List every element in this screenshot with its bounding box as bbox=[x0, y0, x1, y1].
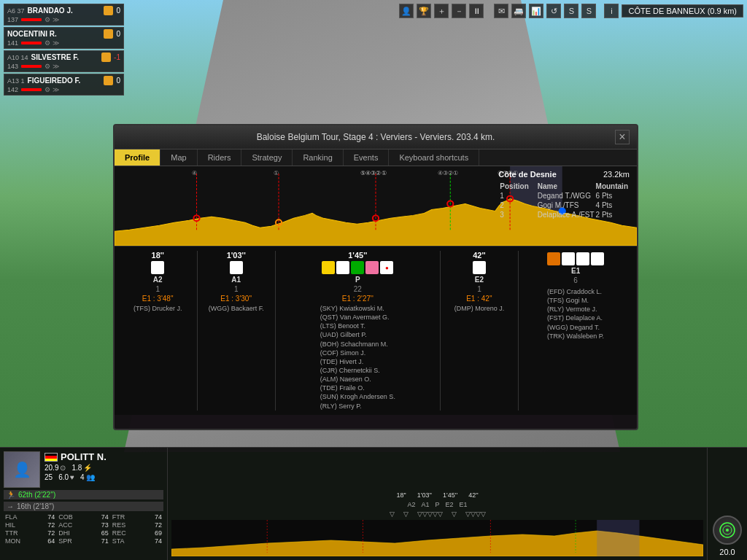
rider-info-main: POLITT N. 20.9 ⊙ 1.8 ⚡ 25 bbox=[44, 451, 163, 481]
tab-map[interactable]: Map bbox=[160, 149, 197, 166]
tab-ranking[interactable]: Ranking bbox=[293, 149, 343, 166]
jersey-polka-3: ● bbox=[380, 261, 393, 274]
skill-res: RES72 bbox=[111, 521, 163, 529]
profile-icon-btn[interactable]: 👤 bbox=[399, 4, 414, 18]
mini-cp-2: A1 bbox=[421, 501, 429, 508]
tab-keyboard[interactable]: Keyboard shortcuts bbox=[389, 149, 479, 166]
s-icon-btn[interactable]: S bbox=[564, 4, 578, 18]
tab-riders[interactable]: Riders bbox=[198, 149, 242, 166]
rider-power-val: 1.8 bbox=[71, 464, 82, 472]
rider-card-figueiredo[interactable]: A13 1 FIGUEIREDO F. 0 142 ⚙ ≫ bbox=[4, 74, 124, 96]
rider-card-brandao[interactable]: A6 37 BRANDAO J. 0 137 ⚙ ≫ bbox=[4, 4, 124, 26]
checkpoint-e2: 42'' E2 1 E1 : 42'' (DMP) Moreno J. bbox=[444, 251, 516, 411]
rider-energy-label-4: 142 bbox=[7, 86, 18, 93]
rider-speed-val: 20.9 bbox=[44, 464, 58, 472]
modal-titlebar: Baloise Belgium Tour, Stage 4 : Verviers… bbox=[115, 125, 637, 149]
minus-icon-btn[interactable]: － bbox=[452, 4, 466, 18]
sprint-row-3: 3 Delaplace A./FST 2 Pts bbox=[500, 211, 628, 219]
skill-sta: STA74 bbox=[111, 537, 163, 545]
skill-spr: SPR71 bbox=[57, 537, 109, 545]
skill-fla-val: 74 bbox=[47, 513, 55, 521]
rider-stat-row-2: 25 6.0 ♥ 4 👥 bbox=[44, 473, 163, 481]
cp-sublabel-5: 6 bbox=[573, 276, 578, 284]
jersey-white-2 bbox=[230, 261, 243, 274]
cp-riders-5: (EFD) Craddock L. (TFS) Gogi M. (RLY) Ve… bbox=[547, 287, 604, 341]
jersey-orange-5 bbox=[547, 252, 560, 265]
rider-portrait: 👤 POLITT N. 20.9 ⊙ 1.8 ⚡ bbox=[4, 451, 163, 488]
sprint-pos-1: 1 bbox=[500, 192, 535, 200]
tab-profile[interactable]: Profile bbox=[115, 149, 160, 166]
rider-power-stat: 1.8 ⚡ bbox=[71, 464, 92, 472]
cp-label-4: E2 bbox=[475, 276, 484, 284]
checkpoint-a2: 18'' A2 1 E1 : 3'48'' (TFS) Drucker J. bbox=[122, 251, 194, 411]
cp-gap-3: E1 : 2'27'' bbox=[342, 295, 374, 303]
rider-card-silvestre[interactable]: A10 14 SILVESTRE F. -1 143 ⚙ ≫ bbox=[4, 50, 124, 72]
sprint-header-pos: Position bbox=[500, 182, 535, 190]
cp-label-5: E1 bbox=[571, 267, 580, 275]
cp-jerseys-4 bbox=[473, 261, 486, 274]
mini-time-2: 1'03'' bbox=[417, 491, 432, 499]
cp-sublabel-4: 1 bbox=[477, 285, 481, 293]
energy-bar-2 bbox=[21, 42, 42, 44]
rider-name-4: FIGUEIREDO F. bbox=[28, 77, 101, 85]
gear-icon-4: ⚙ ≫ bbox=[44, 86, 59, 93]
cp-riders-1: (TFS) Drucker J. bbox=[133, 304, 182, 314]
skill-cob-val: 74 bbox=[101, 513, 109, 521]
cp-jerseys-5 bbox=[547, 252, 604, 265]
skill-spr-val: 71 bbox=[101, 537, 109, 545]
cp-gap-4: E1 : 42'' bbox=[466, 295, 492, 303]
tab-events[interactable]: Events bbox=[344, 149, 390, 166]
sprint-name-2: Gogi M./TFS bbox=[538, 201, 595, 209]
pause-icon-btn[interactable]: ⏸ bbox=[469, 4, 484, 18]
svg-text:④③②①: ④③②① bbox=[438, 170, 458, 176]
sprint-name-3: Delaplace A./FST bbox=[538, 211, 595, 219]
rider-jersey-3 bbox=[101, 52, 111, 62]
truck-icon-btn[interactable]: 🚐 bbox=[511, 4, 526, 18]
svg-text:①: ① bbox=[274, 170, 279, 176]
rider-hr-val: 6.0 bbox=[58, 473, 69, 481]
cp-jerseys-2 bbox=[230, 261, 243, 274]
divider-3 bbox=[440, 251, 441, 411]
svg-rect-23 bbox=[597, 520, 639, 556]
rider-hr-icon: ♥ bbox=[70, 473, 74, 481]
rider-pos-4: A13 1 bbox=[7, 77, 25, 85]
rider-speed-stat: 20.9 ⊙ bbox=[44, 464, 66, 472]
skill-ftr: FTR74 bbox=[111, 513, 163, 521]
chart-icon-btn[interactable]: 📊 bbox=[529, 4, 543, 18]
refresh-icon-btn[interactable]: ↺ bbox=[546, 4, 561, 18]
rider-speed-unit: ⊙ bbox=[60, 464, 66, 472]
s2-icon-btn[interactable]: S bbox=[581, 4, 596, 18]
skill-mon-val: 64 bbox=[47, 537, 55, 545]
rider-score-4: 0 bbox=[116, 77, 120, 85]
jersey-white-5c bbox=[591, 252, 604, 265]
mini-cp-3: P bbox=[435, 501, 439, 508]
divider-4 bbox=[518, 251, 519, 411]
rider-position-val: 62th (2'22'') bbox=[18, 491, 55, 499]
speedup-button[interactable] bbox=[713, 516, 742, 545]
info-icon-btn[interactable]: i bbox=[604, 4, 619, 18]
rider-score-2: 0 bbox=[116, 30, 120, 38]
trophy-icon-btn[interactable]: 🏆 bbox=[417, 4, 431, 18]
mini-jersey-4: ▽ bbox=[452, 510, 457, 518]
rider-count-val: 4 bbox=[80, 473, 85, 481]
rider-power-icon: ⚡ bbox=[83, 464, 92, 472]
skill-ftr-label: FTR bbox=[112, 513, 125, 521]
tab-strategy[interactable]: Strategy bbox=[241, 149, 293, 166]
divider-1 bbox=[197, 251, 198, 411]
modal-close-button[interactable]: × bbox=[615, 130, 630, 144]
mini-time-markers: 18'' 1'03'' 1'45'' 42'' bbox=[396, 491, 478, 499]
skill-hil: HIL72 bbox=[4, 521, 56, 529]
skill-ttr: TTR72 bbox=[4, 529, 56, 537]
mini-time-4: 42'' bbox=[468, 491, 478, 499]
skill-ttr-label: TTR bbox=[5, 529, 18, 537]
rider-count-icon: 👥 bbox=[86, 473, 95, 481]
add-icon-btn[interactable]: ＋ bbox=[434, 4, 449, 18]
cp-label-3: P bbox=[355, 276, 360, 284]
rider-card-nocentini[interactable]: NOCENTINI R. 0 141 ⚙ ≫ bbox=[4, 27, 124, 49]
rider-name-bottom: POLITT N. bbox=[61, 451, 107, 462]
profile-chart: Côte de Desnie 23.2km PositionNameMounta… bbox=[115, 166, 637, 246]
mail-icon-btn[interactable]: ✉ bbox=[494, 4, 508, 18]
sprint-distance: 23.2km bbox=[603, 170, 630, 179]
jersey-yellow-3 bbox=[322, 261, 335, 274]
rider-position-icon: 🏃 bbox=[7, 491, 15, 499]
